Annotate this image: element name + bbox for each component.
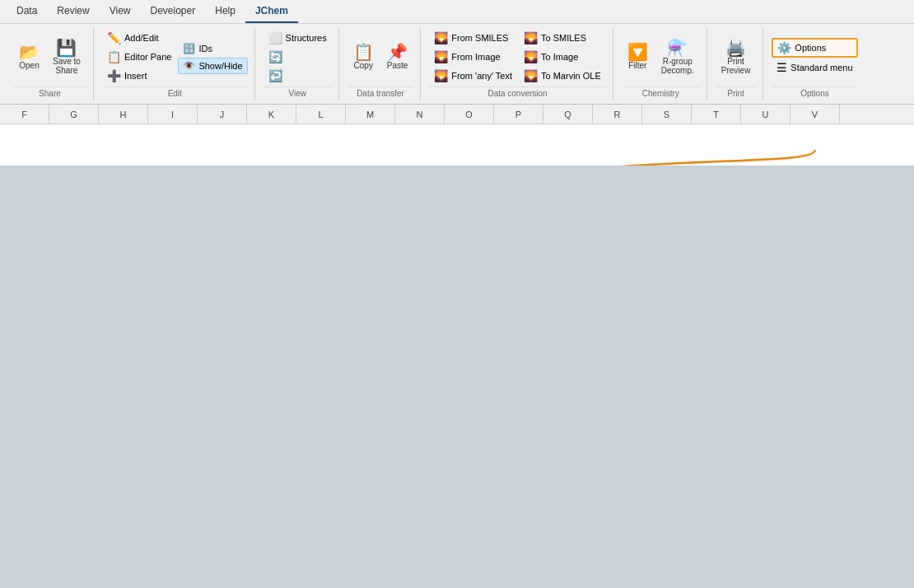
ribbon-group-print: 🖨️ Print Preview Print [709, 27, 764, 100]
show-hide-icon: 👁️ [183, 60, 195, 72]
col-r: R [593, 105, 642, 124]
from-image-label: From Image [451, 52, 500, 62]
col-m: M [346, 105, 395, 124]
options-label: Options [795, 43, 826, 53]
print-label: Print Preview [721, 57, 751, 75]
ribbon-group-datatransfer: 📋 Copy 📌 Paste Data transfer [341, 27, 422, 100]
open-label: Open [19, 61, 39, 70]
col-g: G [49, 105, 99, 124]
ribbon-group-edit: ✏️ Add/Edit 📋 Editor Pane ➕ Insert 🔢 [96, 27, 255, 100]
ribbon: Data Review View Developer Help JChem 📂 … [0, 0, 914, 105]
paste-icon: 📌 [387, 44, 408, 60]
insert-button[interactable]: ➕ Insert [102, 67, 176, 85]
to-smiles-icon: 🌄 [524, 31, 538, 44]
tab-jchem[interactable]: JChem [245, 0, 298, 23]
add-edit-button[interactable]: ✏️ Add/Edit [102, 29, 176, 47]
col-v: V [790, 105, 840, 124]
show-hide-label: Show/Hide [198, 61, 242, 71]
copy-button[interactable]: 📋 Copy [347, 40, 380, 73]
refresh-icon: 🔄 [268, 50, 282, 63]
standard-menu-button[interactable]: ☰ Standard menu [772, 58, 857, 77]
options-button[interactable]: ⚙️ Options [772, 38, 857, 58]
rgroup-button[interactable]: ⚗️ R-group Decomp. [655, 36, 700, 78]
ids-icon: 🔢 [183, 43, 195, 54]
to-marvin-ole-button[interactable]: 🌄 To Marvin OLE [519, 67, 606, 85]
to-smiles-label: To SMILES [541, 33, 586, 43]
tab-view[interactable]: View [100, 0, 141, 23]
structures-button[interactable]: ⬜ Add/Edit Structures [263, 29, 332, 47]
col-h: H [99, 105, 148, 124]
save-to-share-button[interactable]: 💾 Save to Share [47, 36, 86, 78]
from-smiles-icon: 🌄 [434, 31, 448, 44]
undo-icon: ↩️ [268, 69, 282, 82]
tab-data[interactable]: Data [7, 0, 47, 23]
from-image-button[interactable]: 🌄 From Image [429, 48, 517, 66]
to-image-label: To Image [541, 52, 578, 62]
column-headers: F G H I J K L M N O P Q R S T U V [0, 105, 914, 124]
open-icon: 📂 [19, 44, 40, 60]
to-marvin-icon: 🌄 [524, 69, 538, 82]
from-image-icon: 🌄 [434, 50, 448, 63]
insert-label: Insert [124, 71, 147, 81]
tab-help[interactable]: Help [205, 0, 245, 23]
add-edit-icon: ✏️ [107, 31, 121, 44]
share-group-label: Share [13, 86, 86, 100]
col-f: F [0, 105, 49, 124]
refresh-button[interactable]: 🔄 [263, 48, 332, 66]
to-image-icon: 🌄 [524, 50, 538, 63]
col-u: U [741, 105, 790, 124]
datatransfer-group-label: Data transfer [347, 86, 414, 100]
insert-icon: ➕ [107, 69, 121, 82]
chemistry-group-label: Chemistry [622, 86, 700, 100]
rgroup-icon: ⚗️ [667, 40, 688, 56]
col-s: S [642, 105, 692, 124]
from-any-label: From 'any' Text [451, 71, 512, 81]
col-o: O [445, 105, 494, 124]
col-l: L [296, 105, 346, 124]
editor-pane-label: Editor Pane [124, 52, 171, 62]
tab-review[interactable]: Review [47, 0, 99, 23]
col-j: J [198, 105, 247, 124]
filter-label: Filter [628, 61, 646, 70]
tab-developer[interactable]: Developer [141, 0, 206, 23]
editor-pane-icon: 📋 [107, 50, 121, 63]
to-marvin-label: To Marvin OLE [541, 71, 601, 81]
edit-group-label: Edit [102, 86, 248, 100]
structures-icon: ⬜ [268, 31, 282, 44]
print-icon: 🖨️ [725, 40, 746, 56]
filter-button[interactable]: 🔽 Filter [622, 40, 654, 73]
add-edit-label: Add/Edit [124, 33, 159, 43]
ribbon-group-share: 📂 Open 💾 Save to Share Share [7, 27, 94, 100]
to-smiles-button[interactable]: 🌄 To SMILES [519, 29, 606, 47]
col-k: K [247, 105, 296, 124]
col-i: I [148, 105, 198, 124]
undo-button[interactable]: ↩️ [263, 67, 332, 85]
ribbon-content: 📂 Open 💾 Save to Share Share ✏️ Add/Edit [0, 24, 914, 104]
standard-menu-icon: ☰ [776, 61, 787, 74]
spreadsheet: F G H I J K L M N O P Q R S T U V ⚙️ Opt… [0, 105, 914, 166]
view-group-label: View [263, 86, 332, 100]
show-hide-button[interactable]: 👁️ Show/Hide [178, 58, 247, 74]
standard-menu-label: Standard menu [790, 63, 852, 72]
ribbon-group-chemistry: 🔽 Filter ⚗️ R-group Decomp. Chemistry [615, 27, 707, 100]
options-icon: ⚙️ [777, 41, 791, 54]
from-smiles-button[interactable]: 🌄 From SMILES [429, 29, 517, 47]
editor-pane-button[interactable]: 📋 Editor Pane [102, 48, 176, 66]
copy-icon: 📋 [353, 44, 374, 60]
paste-button[interactable]: 📌 Paste [381, 40, 414, 73]
ids-label: IDs [198, 44, 212, 54]
dataconversion-group-label: Data conversion [429, 86, 605, 100]
ids-button[interactable]: 🔢 IDs [178, 40, 247, 57]
col-n: N [395, 105, 445, 124]
col-q: Q [543, 105, 593, 124]
col-t: T [692, 105, 741, 124]
save-icon: 💾 [56, 40, 77, 56]
print-group-label: Print [716, 86, 757, 100]
open-button[interactable]: 📂 Open [13, 40, 45, 73]
save-label: Save to Share [53, 57, 81, 75]
from-any-text-button[interactable]: 🌄 From 'any' Text [429, 67, 517, 85]
to-image-button[interactable]: 🌄 To Image [519, 48, 606, 66]
print-preview-button[interactable]: 🖨️ Print Preview [716, 36, 757, 78]
paste-label: Paste [387, 61, 408, 70]
ribbon-group-options: ⚙️ Options ☰ Standard menu Options [765, 27, 864, 100]
